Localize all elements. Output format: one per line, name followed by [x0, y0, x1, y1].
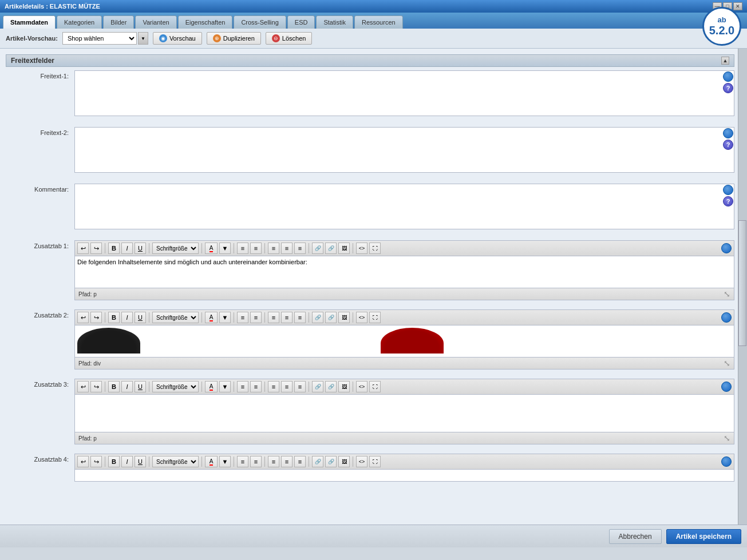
list-ul2-button[interactable]: ≡	[237, 312, 248, 323]
collapse-button[interactable]: ▲	[721, 57, 729, 65]
code4-button[interactable]: <>	[356, 456, 367, 467]
italic4-button[interactable]: I	[121, 456, 133, 467]
italic2-button[interactable]: I	[121, 312, 133, 323]
align-right4-button[interactable]: ≡	[294, 456, 306, 467]
underline3-button[interactable]: U	[135, 381, 146, 392]
image2-button[interactable]: 🖼	[338, 312, 350, 323]
cancel-button[interactable]: Abbrechen	[609, 529, 662, 544]
list-ol4-button[interactable]: ≡	[250, 456, 262, 467]
code-button[interactable]: <>	[356, 243, 367, 254]
zusatztab2-body[interactable]	[75, 325, 734, 357]
freitext1-help-icon[interactable]: ?	[723, 83, 733, 93]
kommentar-globe-icon[interactable]	[723, 185, 733, 195]
color-picker-button[interactable]: ▼	[219, 243, 231, 254]
freitext1-textarea[interactable]	[74, 70, 734, 116]
list-ol-button[interactable]: ≡	[250, 243, 262, 254]
rte4-globe-icon[interactable]	[721, 456, 732, 467]
tab-statistik[interactable]: Statistik	[316, 15, 353, 29]
align-right-button[interactable]: ≡	[294, 243, 306, 254]
align-right2-button[interactable]: ≡	[294, 312, 306, 323]
tab-ressourcen[interactable]: Ressourcen	[354, 15, 403, 29]
tab-varianten[interactable]: Varianten	[135, 15, 176, 29]
link-button[interactable]: 🔗	[312, 243, 323, 254]
kommentar-help-icon[interactable]: ?	[723, 196, 733, 206]
fontsize3-select[interactable]: Schriftgröße	[152, 381, 199, 392]
italic-button[interactable]: I	[121, 243, 133, 254]
resize-handle2[interactable]: ⤡	[724, 359, 730, 368]
undo-button[interactable]: ↩	[77, 243, 89, 254]
align-center2-button[interactable]: ≡	[281, 312, 293, 323]
redo3-button[interactable]: ↪	[90, 381, 102, 392]
font-color4-button[interactable]: A	[205, 456, 218, 467]
bold2-button[interactable]: B	[108, 312, 120, 323]
link3-button[interactable]: 🔗	[312, 381, 323, 392]
rte3-globe-icon[interactable]	[721, 382, 732, 392]
resize-handle[interactable]: ⤡	[724, 289, 730, 299]
list-ul3-button[interactable]: ≡	[237, 381, 248, 392]
image-button[interactable]: 🖼	[338, 243, 350, 254]
unlink-button[interactable]: 🔗	[325, 243, 337, 254]
freitext1-globe-icon[interactable]	[723, 72, 733, 82]
code3-button[interactable]: <>	[356, 381, 367, 392]
save-button[interactable]: Artikel speichern	[666, 529, 741, 544]
freitext2-help-icon[interactable]: ?	[723, 140, 733, 150]
delete-button[interactable]: ⊖ Löschen	[266, 32, 313, 45]
list-ol3-button[interactable]: ≡	[250, 381, 262, 392]
underline2-button[interactable]: U	[135, 312, 146, 323]
align-left2-button[interactable]: ≡	[268, 312, 279, 323]
list-ul4-button[interactable]: ≡	[237, 456, 248, 467]
fontsize4-select[interactable]: Schriftgröße	[152, 456, 199, 467]
tab-bilder[interactable]: Bilder	[103, 15, 134, 29]
scrollbar-thumb[interactable]	[738, 220, 746, 346]
italic3-button[interactable]: I	[121, 381, 133, 392]
list-ol2-button[interactable]: ≡	[250, 312, 262, 323]
underline-button[interactable]: U	[135, 243, 146, 254]
fullscreen4-button[interactable]: ⛶	[369, 456, 381, 467]
freitext2-globe-icon[interactable]	[723, 128, 733, 138]
bold4-button[interactable]: B	[108, 456, 120, 467]
align-center4-button[interactable]: ≡	[281, 456, 293, 467]
redo4-button[interactable]: ↪	[90, 456, 102, 467]
bold3-button[interactable]: B	[108, 381, 120, 392]
unlink4-button[interactable]: 🔗	[325, 456, 337, 467]
undo4-button[interactable]: ↩	[77, 456, 89, 467]
close-button[interactable]: ✕	[733, 2, 742, 10]
duplicate-button[interactable]: ⊕ Duplizieren	[207, 32, 261, 45]
unlink2-button[interactable]: 🔗	[325, 312, 337, 323]
font-color-button[interactable]: A	[205, 243, 218, 254]
resize-handle3[interactable]: ⤡	[724, 434, 730, 443]
undo3-button[interactable]: ↩	[77, 381, 89, 392]
code2-button[interactable]: <>	[356, 312, 367, 323]
underline4-button[interactable]: U	[135, 456, 146, 467]
color-picker3-button[interactable]: ▼	[219, 381, 231, 392]
tab-kategorien[interactable]: Kategorien	[57, 15, 102, 29]
shop-select[interactable]: Shop wählen	[62, 32, 137, 45]
fullscreen2-button[interactable]: ⛶	[369, 312, 381, 323]
preview-button[interactable]: ◉ Vorschau	[153, 32, 202, 45]
font-color3-button[interactable]: A	[205, 381, 218, 392]
tab-cross-selling[interactable]: Cross-Selling	[234, 15, 286, 29]
redo-button[interactable]: ↪	[90, 243, 102, 254]
image4-button[interactable]: 🖼	[338, 456, 350, 467]
outer-scrollbar[interactable]	[738, 49, 747, 525]
image3-button[interactable]: 🖼	[338, 381, 350, 392]
zusatztab4-body[interactable]	[75, 470, 734, 481]
redo2-button[interactable]: ↪	[90, 312, 102, 323]
fullscreen3-button[interactable]: ⛶	[369, 381, 381, 392]
fullscreen-button[interactable]: ⛶	[369, 243, 381, 254]
align-left-button[interactable]: ≡	[268, 243, 279, 254]
list-ul-button[interactable]: ≡	[237, 243, 248, 254]
unlink3-button[interactable]: 🔗	[325, 381, 337, 392]
tab-esd[interactable]: ESD	[287, 15, 315, 29]
align-center-button[interactable]: ≡	[281, 243, 293, 254]
align-left3-button[interactable]: ≡	[268, 381, 279, 392]
freitext2-textarea[interactable]	[74, 127, 734, 173]
link4-button[interactable]: 🔗	[312, 456, 323, 467]
tab-stammdaten[interactable]: Stammdaten	[3, 15, 56, 29]
link2-button[interactable]: 🔗	[312, 312, 323, 323]
rte2-globe-icon[interactable]	[721, 312, 732, 323]
tab-eigenschaften[interactable]: Eigenschaften	[178, 15, 233, 29]
kommentar-textarea[interactable]	[74, 184, 734, 229]
undo2-button[interactable]: ↩	[77, 312, 89, 323]
bold-button[interactable]: B	[108, 243, 120, 254]
